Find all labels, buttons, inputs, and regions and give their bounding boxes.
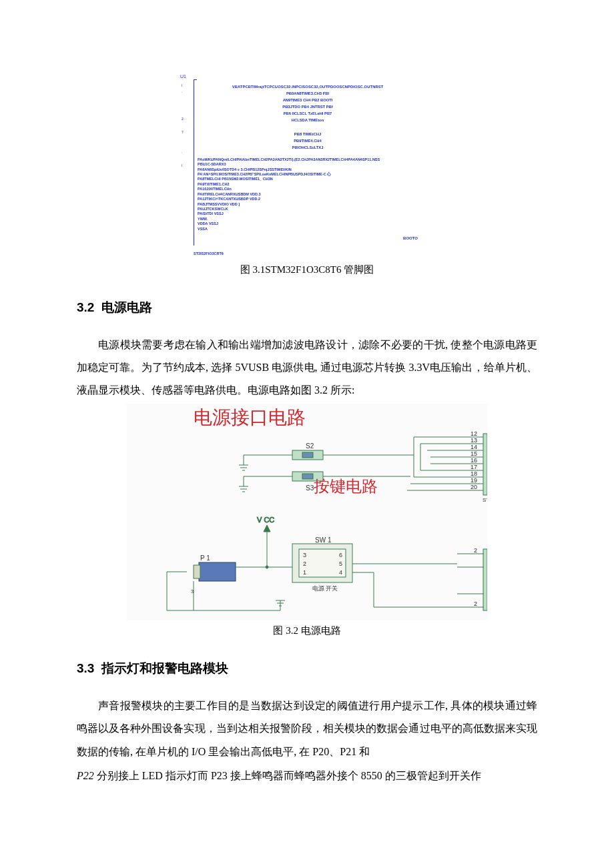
para33-b-rest: 分别接上 LED 指示灯而 P23 接上蜂鸣器而蜂鸣器外接个 8550 的三极管… [94, 770, 481, 781]
pin-booto: BOOTO [198, 236, 418, 241]
pin-box: VBATPCBTIMrajtTCPCUOSC32.INPCISOSC32,OUT… [194, 79, 420, 245]
figure-3-1-caption: 图 3.1STM32F1O3C8T6 管脚图 [77, 264, 537, 276]
side-num [182, 156, 184, 163]
p1-label: P 1 [200, 554, 210, 562]
side-num [182, 96, 184, 103]
section-3-2-paragraph: 电源模块需要考虑在输入和输出端增加滤波电路设计，滤除不必要的干扰, 使整个电源电… [77, 334, 537, 402]
section-3-3-heading: 3.3 指示灯和报警电路模块 [77, 660, 537, 677]
side-num: · [182, 89, 184, 96]
section-3-2-title: 电源电路 [101, 300, 152, 314]
pin-left-row: PA10JIXlTIMELCHn [198, 187, 418, 191]
section-3-2-heading: 3.2 电源电路 [77, 299, 537, 316]
pin-side-numbers: l · 2 7 · l [182, 83, 184, 169]
fig1-suffix: 管脚图 [341, 264, 374, 275]
svg-rect-35 [199, 562, 236, 581]
pin-center-4: PB6 IICLSCL TzELeHl PB7 [198, 111, 418, 117]
svg-rect-9 [483, 434, 487, 495]
pin-outline [194, 79, 197, 246]
s3-label: S3 [306, 484, 314, 492]
side-num: l [182, 83, 184, 89]
svg-point-40 [266, 566, 268, 568]
pin-center-1: PB0AN8TIME3.CH3 FBl [198, 91, 418, 97]
section-3-2-num: 3.2 [77, 300, 94, 314]
svg-marker-32 [264, 525, 270, 532]
sw-r-1: 5 [339, 560, 342, 567]
pin-12: 12 [471, 430, 477, 437]
pin-center2-3: PBIOHCLScLTXJ [198, 145, 418, 151]
document-page: l · 2 7 · l U1 VBATPCBTIMrajtTCPCUOSC32.… [0, 0, 614, 829]
svg-rect-11 [302, 452, 313, 458]
pin-center-5: HCLSDA TIMEton [198, 118, 418, 123]
svg-rect-26 [483, 549, 487, 610]
pin-left-row: VSSA [198, 227, 418, 232]
pin-17: 17 [471, 464, 477, 470]
pin-left-row: PA'AN^SPll.MOSITIME3.CH2PB"SPILseKnMELCH… [198, 172, 418, 177]
pin-left-group: PAoWKUPANQmlLCHlPAlAbnTIMELCH2PA2AN2TX2T… [198, 157, 418, 232]
sw-r-2: 4 [339, 569, 342, 576]
pin-left-row: PA12TlKCl^TKCANTXUSBDP VDD.2 [198, 197, 418, 201]
side-num: 2 [182, 116, 184, 123]
figure-3-2-caption: 图 3.2 电源电路 [77, 624, 537, 637]
button-circuit-label: 按键电路 [314, 476, 378, 497]
pin-19: 19 [471, 477, 477, 484]
pin-b-0: 2 [474, 547, 477, 554]
svg-rect-36 [194, 565, 200, 578]
pin-center-3: PB3JTDO PB4 JNTRST PBf [198, 105, 418, 110]
circuit-svg: 12 13 14 15 16 17 18 19 20 ST [127, 430, 487, 620]
side-num [182, 103, 184, 109]
fig1-code: STM32F1O3C8T6 [265, 264, 341, 275]
svg-rect-15 [302, 474, 313, 479]
pin-left-row: PBU1C·SDARX3 [198, 162, 418, 167]
pin-center-2: AN9TIME3 CH4 PB2 BOOTl [198, 98, 418, 103]
vcc-label: V CC [257, 516, 274, 524]
pin-ref: U1 [180, 73, 420, 79]
power-interface-title: 电源接口电路 [127, 404, 487, 430]
sw1-label: SW 1 [315, 536, 332, 544]
side-num [182, 136, 184, 143]
pin-15: 15 [471, 450, 477, 457]
section-3-3-title: 指示灯和报警电路模块 [101, 661, 228, 675]
pin-b-3: 2 [474, 600, 477, 607]
pin-13: 13 [471, 437, 477, 444]
sw-l-2: 1 [303, 569, 306, 576]
power-switch-cn: 电源 开关 [312, 585, 338, 592]
side-num [182, 109, 184, 116]
pin-16: 16 [471, 457, 477, 464]
sw-l-1: 2 [303, 560, 306, 567]
pin-center2-2: PB9TIME4.CH4 [198, 139, 418, 144]
pin-left-row: PAIStTDl VSSJ [198, 211, 418, 216]
sw-r-0: 6 [339, 552, 342, 558]
side-num: l [182, 163, 184, 169]
section-3-3-paragraph-b: P22 分别接上 LED 指示灯而 P23 接上蜂鸣器而蜂鸣器外接个 8550 … [77, 765, 537, 787]
side-num [182, 143, 184, 149]
section-3-3-num: 3.3 [77, 661, 94, 675]
pin-left-row: PAUJTCKSWCLK [198, 207, 418, 211]
power-circuit-figure: 电源接口电路 按键电路 12 13 14 15 16 17 18 19 2 [127, 404, 487, 620]
pin-left-row: PA8TMELCHl PB15SM2.MOSITIME1_ CH3N [198, 177, 418, 181]
pin-left-row: YWW. [198, 217, 418, 222]
pin-left-row: PAllTlRELCH4CANRXUSBDM VDD.3 [198, 192, 418, 197]
pin-left-row: VDDA VSSJ [198, 222, 418, 226]
p22-italic: P22 [77, 770, 94, 781]
pin-top-long: VBATPCBTIMrajtTCPCUOSC32.INPCISOSC32,OUT… [198, 85, 418, 90]
pin-center2-1: PB8 TIMEtCHJ [198, 132, 418, 137]
p1-pin-3: 3 [191, 588, 194, 594]
side-num [182, 123, 184, 129]
pin-left-row: PA9TXITIME1.CH2 [198, 182, 418, 187]
side-num: · [182, 149, 184, 156]
pin-18: 18 [471, 470, 477, 477]
pin-left-row: PAoWKUPANQmlLCHlPAlAbnTIMELCH2PA2AN2TX2T… [198, 157, 418, 162]
pin-footer: ST2IS2FlO3CRT6 [194, 252, 420, 256]
st-label: ST [483, 497, 487, 503]
pin-left-row: PABJTMSSVVDIO VDD ] [198, 202, 418, 207]
pin-diagram: l · 2 7 · l U1 VBATPCBTIMrajtTCPCUOSC32.… [194, 73, 420, 257]
side-num: 7 [182, 129, 184, 136]
fig1-prefix: 图 3.1 [240, 264, 266, 275]
s2-label: S2 [306, 442, 314, 450]
pin-14: 14 [471, 444, 477, 450]
sw-l-0: 3 [303, 552, 306, 558]
pin-20: 20 [471, 484, 477, 490]
section-3-3-paragraph-a: 声音报警模块的主要工作目的是当数据达到设定的阈值进行用户提示工作, 具体的模块通… [77, 695, 537, 763]
pin-left-row: PA6AN6SpiUvllSOTD4 ≡ 3.CHlPB12SPnjJSSTIM… [198, 167, 418, 172]
